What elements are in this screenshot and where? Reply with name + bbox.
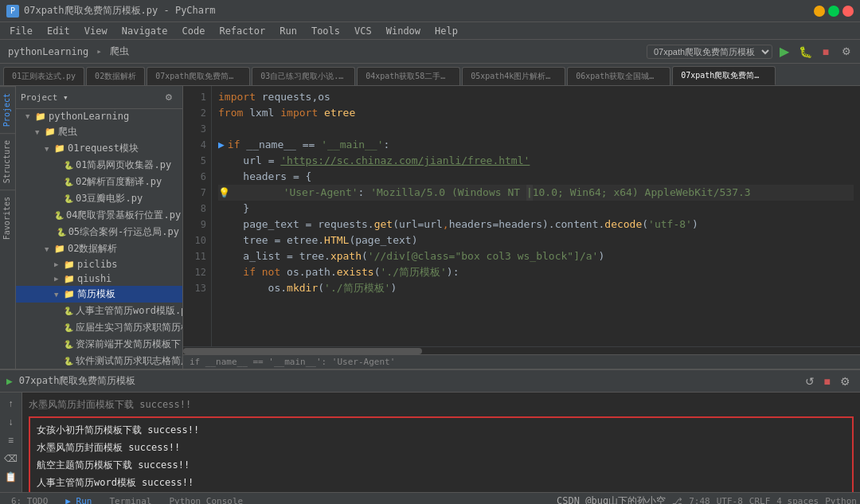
tree-02analysis-label: 02数据解析 — [68, 242, 117, 256]
tree-f3-label: 03豆瓣电影.py — [76, 192, 143, 205]
tree-f4[interactable]: 🐍 04爬取背景基板行位置.py — [16, 207, 182, 224]
editor-tabs: 01正则表达式.py 02数据解析 07xpath爬取免费简历模板.py 03自… — [0, 64, 860, 86]
line-ending-label: CRLF — [749, 496, 771, 504]
output-text-0: 女孩小初升简历模板下载 success!! — [37, 424, 199, 436]
editor-status-line: if __name__ == '__main__': 'User-Agent' — [183, 354, 860, 369]
tree-jl4-label: 软件测试简历求职志格简历模板下.py — [76, 354, 183, 368]
menu-code[interactable]: Code — [176, 24, 212, 38]
run-sidebar-btn-1[interactable]: ↑ — [3, 396, 19, 412]
title-bar-left: P 07xpath爬取免费简历模板.py - PyCharm — [6, 4, 216, 18]
tree-f5[interactable]: 🐍 05综合案例-行运总局.py — [16, 224, 182, 240]
menu-tools[interactable]: Tools — [305, 24, 346, 38]
tab-1[interactable]: 02数据解析 — [86, 67, 145, 85]
run-output-scroll-line: 水墨风简历封面模板下载 success!! — [29, 396, 854, 413]
editor-content: 1 2 3 4 5 6 7 8 9 10 11 12 13 import req… — [183, 86, 860, 346]
tree-f2[interactable]: 🐍 02解析百度翻译.py — [16, 174, 182, 190]
editor-area: 1 2 3 4 5 6 7 8 9 10 11 12 13 import req… — [183, 86, 860, 369]
bottom-tab-run[interactable]: ▶ Run — [57, 494, 100, 504]
tree-pachong[interactable]: ▼ 📁 爬虫 — [16, 123, 182, 140]
tree-02analysis[interactable]: ▼ 📁 02数据解析 — [16, 240, 182, 257]
run-sidebar-btn-2[interactable]: ↓ — [3, 414, 19, 430]
tab-3[interactable]: 03自己练习爬取小说.py — [252, 67, 355, 85]
project-tree: Project ▾ ⚙ ▼ 📁 pythonLearning ▼ 📁 爬虫 ▼ … — [16, 86, 183, 369]
tab-0[interactable]: 01正则表达式.py — [3, 67, 84, 85]
watermark: CSDN @bug山下的孙小空 — [557, 494, 666, 504]
run-sidebar: ↑ ↓ ≡ ⌫ 📋 — [0, 393, 22, 492]
tab-2[interactable]: 07xpath爬取免费简历模板.py — [147, 67, 250, 85]
tab-4[interactable]: 04xpath获取58二手房.py — [357, 67, 460, 85]
tab-7[interactable]: 07xpath爬取免费简历模板.py — [672, 66, 776, 85]
run-config-selector[interactable]: 07xpath爬取免费简历模板 — [647, 45, 772, 59]
tree-jl4[interactable]: 🐍 软件测试简历求职志格简历模板下.py — [16, 353, 182, 369]
code-line-13: os.mkdir('./简历模板') — [218, 280, 854, 296]
output-text-1: 水墨风简历封面模板 success!! — [37, 442, 180, 453]
menu-window[interactable]: Window — [380, 24, 427, 38]
output-text-2: 航空主题简历模板下载 success!! — [37, 459, 190, 471]
tree-piclibs[interactable]: ▶ 📁 piclibs — [16, 257, 182, 272]
tree-root[interactable]: ▼ 📁 pythonLearning — [16, 109, 182, 123]
tree-qiushi[interactable]: ▶ 📁 qiushi — [16, 272, 182, 286]
settings-button[interactable]: ⚙ — [838, 43, 855, 61]
menu-run[interactable]: Run — [273, 24, 303, 38]
output-text-3: 人事主管简历word模板 success!! — [37, 477, 194, 488]
run-sidebar-btn-5[interactable]: 📋 — [3, 469, 19, 485]
tab-5[interactable]: 05xpath4k图片解析下载.py — [462, 67, 565, 85]
run-output: 水墨风简历封面模板下载 success!! 女孩小初升简历模板下载 succes… — [22, 393, 860, 492]
close-button[interactable] — [842, 6, 854, 17]
bottom-tab-terminal[interactable]: Terminal — [101, 494, 159, 504]
code-line-12: if not os.path.exists('./简历模板'): — [218, 264, 854, 280]
tree-piclibs-label: piclibs — [77, 259, 118, 270]
minimize-button[interactable] — [814, 6, 825, 17]
menu-edit[interactable]: Edit — [41, 24, 76, 38]
menu-bar: File Edit View Navigate Code Refactor Ru… — [0, 22, 860, 40]
tree-jl3[interactable]: 🐍 资深前端开发简历模板下.py — [16, 336, 182, 353]
run-settings-button[interactable]: ⚙ — [837, 373, 854, 389]
window-title: 07xpath爬取免费简历模板.py - PyCharm — [24, 4, 216, 18]
bottom-tab-todo[interactable]: 6: TODO — [3, 494, 56, 504]
run-button[interactable]: ▶ — [776, 43, 793, 61]
bottom-tab-python-console[interactable]: Python Console — [161, 494, 251, 504]
code-line-4: ▶ if __name__ == '__main__': — [218, 137, 854, 153]
code-line-2: from lxml import etree — [218, 105, 854, 121]
run-output-line-3: 人事主管简历word模板 success!! — [37, 474, 846, 491]
tree-01request[interactable]: ▼ 📁 01request模块 — [16, 140, 182, 157]
menu-view[interactable]: View — [78, 24, 114, 38]
run-body: ↑ ↓ ≡ ⌫ 📋 水墨风简历封面模板下载 success!! 女孩小初升简历模… — [0, 393, 860, 492]
stop-button[interactable]: ■ — [817, 43, 835, 61]
code-line-11: a_list = tree.xpath('//div[@class="box c… — [218, 248, 854, 264]
menu-vcs[interactable]: VCS — [348, 24, 378, 38]
tree-settings[interactable]: ⚙ — [160, 88, 178, 106]
run-sidebar-btn-4[interactable]: ⌫ — [3, 451, 19, 467]
horizontal-scrollbar[interactable] — [183, 346, 860, 354]
menu-file[interactable]: File — [3, 24, 39, 38]
separator: ▸ — [96, 46, 102, 57]
code-editor[interactable]: import requests,os from lxml import etre… — [212, 86, 860, 346]
code-line-10: tree = etree.HTML(page_text) — [218, 232, 854, 248]
code-line-6: headers = { — [218, 169, 854, 185]
tree-jianli[interactable]: ▼ 📁 简历模板 — [16, 286, 182, 303]
menu-help[interactable]: Help — [428, 24, 464, 38]
side-tab-structure[interactable]: Structure — [0, 133, 15, 189]
tree-f1[interactable]: 🐍 01简易网页收集器.py — [16, 157, 182, 174]
run-stop-button[interactable]: ■ — [821, 373, 834, 389]
run-rerun-button[interactable]: ↺ — [802, 373, 818, 389]
tree-f3[interactable]: 🐍 03豆瓣电影.py — [16, 190, 182, 207]
project-name: pythonLearning — [5, 46, 92, 57]
debug-button[interactable]: 🐛 — [796, 43, 814, 61]
run-sidebar-btn-3[interactable]: ≡ — [3, 432, 19, 448]
side-tab-favorites[interactable]: Favorites — [0, 189, 15, 246]
encoding-label: UTF-8 — [717, 496, 743, 504]
side-tabs: Project Structure Favorites — [0, 86, 16, 369]
menu-navigate[interactable]: Navigate — [115, 24, 174, 38]
side-tab-project[interactable]: Project — [0, 86, 15, 133]
tree-jl2[interactable]: 🐍 应届生实习简历求职简历模板下.py — [16, 319, 182, 336]
run-status-icon: ▶ — [6, 375, 13, 387]
menu-refactor[interactable]: Refactor — [213, 24, 272, 38]
run-output-line-1: 水墨风简历封面模板 success!! — [37, 439, 846, 456]
app-icon: P — [6, 5, 19, 18]
tab-6[interactable]: 06xpath获取全国城市名称.py — [567, 67, 670, 85]
code-line-9: page_text = requests.get(url=url,headers… — [218, 217, 854, 232]
maximize-button[interactable] — [828, 6, 839, 17]
tree-jl1[interactable]: 🐍 人事主管简历word模版.py — [16, 303, 182, 319]
branch-name: 爬虫 — [107, 45, 132, 58]
